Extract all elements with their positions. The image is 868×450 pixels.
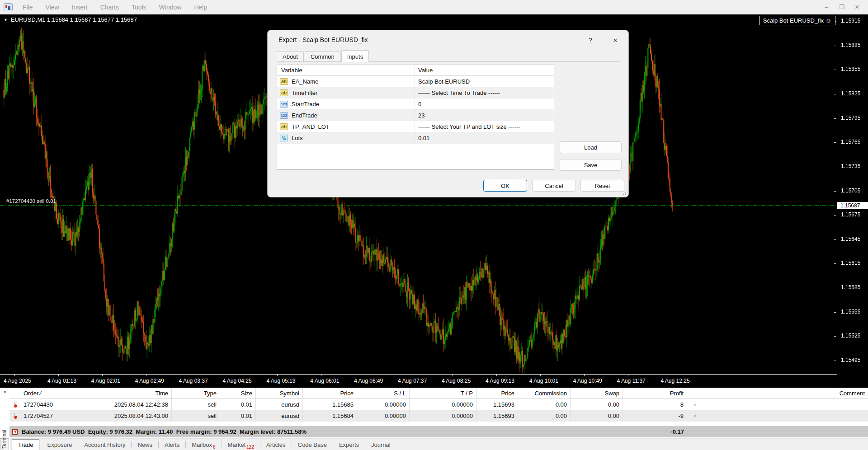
reset-button[interactable]: Reset	[580, 180, 624, 192]
dialog-help-button[interactable]: ?	[583, 34, 598, 46]
resize-grip[interactable]	[623, 191, 627, 195]
terminal-tab-account-history[interactable]: Account History	[78, 440, 131, 450]
column-header-sl[interactable]: S / L	[357, 388, 410, 398]
order-row[interactable]: 1727044302025.08.04 12:42:38sell0.01euru…	[9, 399, 868, 410]
input-row-lots[interactable]: ½Lots0.01	[277, 132, 554, 144]
order-cell-time: 2025.08.04 12:42:38	[77, 399, 172, 410]
terminal-close-icon[interactable]: ×	[2, 389, 8, 395]
column-header-time[interactable]: Time	[77, 388, 172, 398]
column-header-order[interactable]: Order ∕	[20, 388, 77, 398]
input-value-cell[interactable]: ------ Select Your TP and LOT size -----…	[415, 121, 554, 132]
menu-insert[interactable]: Insert	[66, 0, 94, 14]
price-tick-mark	[834, 361, 836, 361]
terminal-tab-journal[interactable]: Journal	[365, 440, 396, 450]
menu-charts[interactable]: Charts	[94, 0, 125, 14]
column-header-price2[interactable]: Price	[476, 388, 518, 398]
chart-right-border	[837, 14, 837, 388]
input-value-cell[interactable]: ------ Select Time To Trade ------	[415, 87, 554, 98]
price-tick-label: 1.15645	[841, 236, 860, 242]
column-header-comment[interactable]: Comment	[700, 388, 868, 398]
price-axis[interactable]: 1.159151.158851.158551.158251.157951.157…	[837, 14, 868, 374]
balance-icon	[12, 429, 18, 435]
window-minimize-button[interactable]: –	[820, 2, 833, 12]
time-tick-label: 4 Aug 02:49	[135, 378, 164, 384]
close-order-icon[interactable]: ×	[687, 410, 700, 422]
time-tick-mark	[102, 375, 103, 376]
cancel-button[interactable]: Cancel	[532, 180, 576, 192]
price-tick-label: 1.15585	[841, 284, 860, 291]
column-header-swap[interactable]: Swap	[571, 388, 623, 398]
dialog-tab-common[interactable]: Common	[305, 52, 340, 61]
order-cell-price2: 1.15693	[476, 399, 518, 410]
order-cell-profit: -9	[623, 410, 687, 422]
order-row[interactable]: 1727045272025.08.04 12:43:00sell0.01euru…	[9, 410, 868, 422]
chart-collapse-icon[interactable]: ▼	[4, 18, 8, 22]
terminal-side-tab[interactable]: Terminal	[0, 438, 9, 450]
column-header-symbol[interactable]: Symbol	[256, 388, 303, 398]
order-cell-icon	[9, 399, 20, 410]
terminal-tab-news[interactable]: News	[132, 440, 158, 450]
type-ab-icon: ab	[280, 123, 288, 130]
terminal-tab-market[interactable]: Market122	[222, 440, 260, 450]
save-button[interactable]: Save	[560, 159, 622, 171]
ea-name-label[interactable]: Scalp Bot EURUSD_fix ☺	[759, 16, 835, 25]
window-restore-button[interactable]: ❐	[835, 2, 848, 12]
order-icon	[14, 402, 17, 408]
input-value-cell[interactable]: 23	[415, 110, 554, 121]
column-header-size[interactable]: Size	[220, 388, 256, 398]
order-cell-profit: -8	[623, 399, 687, 410]
terminal-tab-label: Mailbox	[192, 441, 212, 448]
column-header-commission[interactable]: Commission	[518, 388, 571, 398]
time-tick-label: 4 Aug 10:01	[529, 378, 558, 384]
time-axis[interactable]: 4 Aug 20254 Aug 01:134 Aug 02:014 Aug 02…	[0, 375, 837, 388]
close-order-icon[interactable]: ×	[687, 399, 700, 410]
price-tick-label: 1.15735	[841, 163, 860, 169]
sell-order-line[interactable]	[0, 205, 837, 206]
time-tick-label: 4 Aug 12:25	[661, 378, 690, 384]
app-logo-icon[interactable]	[4, 3, 13, 11]
input-row-endtrade[interactable]: 123EndTrade23	[277, 110, 554, 121]
input-row-starttrade[interactable]: 123StartTrade0	[277, 98, 554, 110]
price-tick-label: 1.15855	[841, 66, 860, 72]
input-variable-cell: abTimeFilter	[277, 87, 415, 98]
terminal-tab-label: Code Base	[298, 441, 327, 448]
column-header-type[interactable]: Type	[172, 388, 220, 398]
terminal-tab-mailbox[interactable]: Mailbox6	[186, 440, 221, 450]
input-row-tp_and_lot[interactable]: abTP_AND_LOT------ Select Your TP and LO…	[277, 121, 554, 132]
input-value-cell[interactable]: 0	[415, 98, 554, 109]
order-cell-price: 1.15684	[303, 410, 357, 422]
window-close-button[interactable]: ✕	[851, 2, 863, 12]
time-tick-label: 4 Aug 11:37	[617, 378, 646, 384]
time-tick-mark	[190, 375, 190, 376]
balance-text: Balance: 9 976.49 USD Equity: 9 976.32 M…	[22, 428, 307, 435]
terminal-tab-exposure[interactable]: Exposure	[41, 440, 78, 450]
dialog-title: Expert - Scalp Bot EURUSD_fix	[278, 36, 368, 43]
menu-window[interactable]: Window	[153, 0, 188, 14]
terminal-tab-articles[interactable]: Articles	[260, 440, 292, 450]
dialog-tab-about[interactable]: About	[277, 52, 304, 61]
menu-help[interactable]: Help	[188, 0, 213, 14]
terminal-tab-alerts[interactable]: Alerts	[159, 440, 185, 450]
ok-button[interactable]: OK	[483, 180, 527, 192]
input-value-cell[interactable]: Scalp Bot EURUSD	[415, 76, 554, 87]
balance-bar: Balance: 9 976.49 USD Equity: 9 976.32 M…	[9, 426, 868, 437]
menu-tools[interactable]: Tools	[125, 0, 153, 14]
terminal-tab-trade[interactable]: Trade	[12, 439, 39, 450]
chart-ohlc-text: EURUSD,M1 1.15684 1.15687 1.15677 1.1568…	[11, 16, 137, 23]
input-row-timefilter[interactable]: abTimeFilter------ Select Time To Trade …	[277, 87, 554, 98]
column-header-icon[interactable]	[9, 388, 20, 398]
menu-view[interactable]: View	[39, 0, 66, 14]
input-row-ea_name[interactable]: abEA_NameScalp Bot EURUSD	[277, 76, 554, 87]
column-header-profit[interactable]: Profit	[623, 388, 687, 398]
column-header-close[interactable]	[687, 388, 700, 398]
terminal-tab-code-base[interactable]: Code Base	[292, 440, 333, 450]
column-header-tp[interactable]: T / P	[410, 388, 476, 398]
order-cell-swap: 0.00	[571, 399, 623, 410]
dialog-close-button[interactable]: ✕	[608, 34, 623, 46]
input-value-cell[interactable]: 0.01	[415, 132, 554, 143]
dialog-tab-inputs[interactable]: Inputs	[341, 50, 369, 62]
load-button[interactable]: Load	[560, 141, 622, 153]
terminal-tab-experts[interactable]: Experts	[333, 440, 365, 450]
menu-file[interactable]: File	[16, 0, 39, 14]
column-header-price[interactable]: Price	[303, 388, 357, 398]
